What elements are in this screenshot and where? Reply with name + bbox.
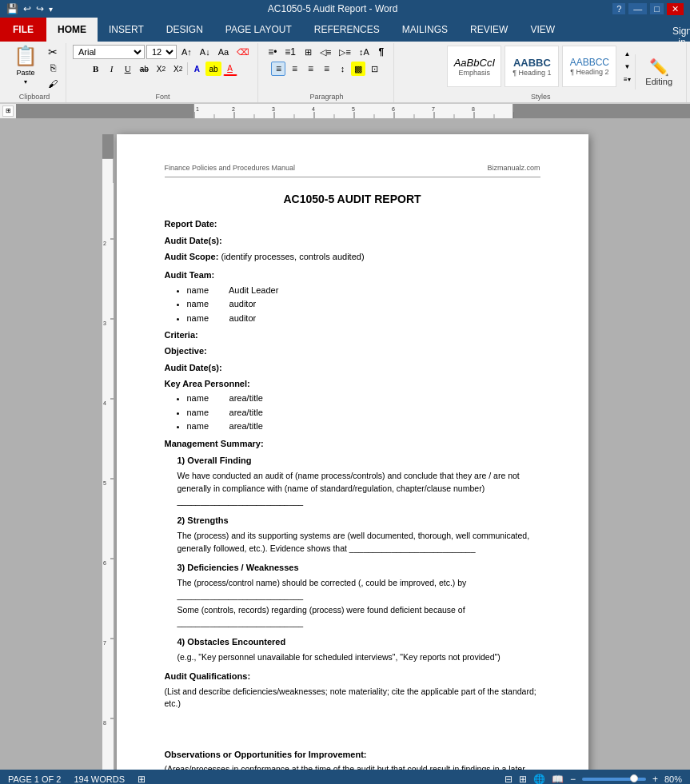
team-member-name-2: name — [187, 312, 227, 324]
title-bar: 💾 ↩ ↪ ▾ AC1050-5 Audit Report - Word ? —… — [0, 0, 690, 18]
tab-design[interactable]: DESIGN — [155, 18, 214, 42]
status-left: PAGE 1 OF 2 194 WORDS ⊞ — [8, 774, 146, 784]
svg-text:4: 4 — [312, 106, 315, 112]
key-area-role-1: area/title — [229, 408, 263, 417]
font-size-select[interactable]: 12 — [146, 45, 177, 59]
tab-review[interactable]: REVIEW — [459, 18, 519, 42]
audit-team-list: name Audit Leader name auditor name audi… — [165, 285, 540, 324]
tab-view[interactable]: VIEW — [519, 18, 566, 42]
bold-button[interactable]: B — [89, 62, 103, 76]
tab-home[interactable]: HOME — [46, 18, 98, 42]
clipboard-label: Clipboard — [19, 93, 50, 101]
key-area-name-2: name — [187, 420, 227, 432]
styles-scroll-up[interactable]: ▲ — [620, 47, 634, 60]
border-button[interactable]: ⊡ — [367, 62, 381, 76]
tab-mailings[interactable]: MAILINGS — [391, 18, 459, 42]
cut-button[interactable]: ✂ — [45, 45, 61, 59]
undo-icon[interactable]: ↩ — [23, 3, 31, 14]
tab-insert[interactable]: INSERT — [98, 18, 155, 42]
show-hide-button[interactable]: ¶ — [374, 45, 389, 59]
redo-icon[interactable]: ↪ — [36, 3, 44, 14]
restore-button[interactable]: □ — [650, 3, 664, 14]
print-view-icon[interactable]: ⊞ — [519, 774, 527, 784]
tab-file[interactable]: FILE — [0, 18, 46, 42]
zoom-level: 80% — [664, 774, 682, 784]
bullets-button[interactable]: ≡• — [265, 45, 280, 59]
help-icon[interactable]: ? — [612, 3, 625, 14]
strikethrough-button[interactable]: ab — [137, 62, 152, 76]
list-item: name area/title — [187, 420, 540, 432]
list-item: name area/title — [187, 407, 540, 419]
close-button[interactable]: ✕ — [667, 3, 684, 15]
document-area: 1 2 3 4 5 6 7 8 Finance Policies and P — [0, 118, 690, 770]
increase-indent-button[interactable]: ▷≡ — [336, 45, 353, 59]
tab-references[interactable]: REFERENCES — [303, 18, 391, 42]
web-view-icon[interactable]: 🌐 — [533, 774, 545, 784]
style-heading2[interactable]: AABBCC ¶ Heading 2 — [562, 46, 616, 87]
section-overall-finding: 1) Overall Finding We have conducted an … — [177, 455, 540, 508]
svg-text:4: 4 — [103, 400, 106, 406]
svg-text:1: 1 — [196, 106, 199, 112]
read-mode-icon[interactable]: 📖 — [552, 774, 564, 784]
team-member-role-1: auditor — [229, 299, 257, 308]
ruler-corner[interactable]: ⊞ — [2, 105, 14, 117]
tab-page-layout[interactable]: PAGE LAYOUT — [214, 18, 303, 42]
align-center-button[interactable]: ≡ — [287, 62, 301, 76]
zoom-slider[interactable] — [582, 778, 646, 781]
team-member-role-0: Audit Leader — [229, 285, 278, 295]
copy-button[interactable]: ⎘ — [45, 61, 61, 75]
audit-team-label: Audit Team: — [165, 269, 540, 281]
change-case-button[interactable]: Aa — [215, 45, 232, 59]
zoom-slider-decrease[interactable]: − — [570, 774, 576, 784]
layout-view-icon[interactable]: ⊟ — [505, 774, 513, 784]
numbering-button[interactable]: ≡1 — [281, 45, 299, 59]
page-indicator: PAGE 1 OF 2 — [8, 774, 61, 784]
word-count-icon[interactable]: ⊞ — [138, 774, 146, 784]
report-date-label: Report Date: — [165, 219, 217, 229]
highlight-button[interactable]: ab — [205, 62, 221, 76]
svg-text:3: 3 — [272, 106, 275, 112]
zoom-increase-icon[interactable]: + — [652, 774, 658, 784]
align-left-button[interactable]: ≡ — [271, 62, 285, 76]
styles-more-button[interactable]: ≡▾ — [620, 73, 634, 86]
section-deficiencies: 3) Deficiencies / Weaknesses The (proces… — [177, 562, 540, 630]
window-title: AC1050-5 Audit Report - Word — [268, 3, 398, 14]
increase-font-button[interactable]: A↑ — [178, 45, 195, 59]
save-icon[interactable]: 💾 — [6, 3, 18, 14]
font-color-button[interactable]: A — [223, 62, 237, 76]
font-name-select[interactable]: Arial — [73, 45, 145, 59]
vertical-ruler: 1 2 3 4 5 6 7 8 — [102, 134, 114, 754]
clear-format-button[interactable]: ⌫ — [233, 45, 253, 59]
style-emphasis[interactable]: AaBbCcI Emphasis — [447, 46, 501, 87]
criteria-label: Criteria: — [165, 330, 198, 340]
text-effects-button[interactable]: A — [189, 62, 204, 76]
paragraph-group: ≡• ≡1 ⊞ ◁≡ ▷≡ ↕A ¶ ≡ ≡ ≡ ≡ ↕ ▩ ⊡ Paragra… — [260, 43, 394, 102]
sort-button[interactable]: ↕A — [356, 45, 373, 59]
line-spacing-button[interactable]: ↕ — [335, 62, 349, 76]
minimize-button[interactable]: — — [628, 3, 647, 14]
header-right: Bizmanualz.com — [487, 163, 540, 173]
svg-text:3: 3 — [103, 320, 106, 326]
paste-button[interactable]: 📋 Paste ▾ — [8, 45, 43, 85]
justify-button[interactable]: ≡ — [319, 62, 333, 76]
align-right-button[interactable]: ≡ — [303, 62, 317, 76]
style-heading1[interactable]: AABBC ¶ Heading 1 — [505, 46, 559, 87]
section-text-2: The (process) and its supporting systems… — [177, 530, 540, 555]
format-painter-button[interactable]: 🖌 — [45, 77, 61, 91]
multilevel-button[interactable]: ⊞ — [301, 45, 315, 59]
underline-button[interactable]: U — [121, 62, 135, 76]
italic-button[interactable]: I — [105, 62, 119, 76]
observations-section: Observations or Opportunities for Improv… — [165, 749, 540, 770]
shading-button[interactable]: ▩ — [351, 62, 365, 76]
decrease-indent-button[interactable]: ◁≡ — [317, 45, 334, 59]
styles-scroll-down[interactable]: ▼ — [620, 60, 634, 73]
subscript-button[interactable]: X2 — [154, 62, 169, 76]
decrease-font-button[interactable]: A↓ — [197, 45, 213, 59]
sign-in-button[interactable]: Sign in — [674, 32, 690, 42]
customize-icon[interactable]: ▾ — [49, 5, 53, 14]
status-bar: PAGE 1 OF 2 194 WORDS ⊞ ⊟ ⊞ 🌐 📖 − + 80% — [0, 770, 690, 784]
section-title-1: 1) Overall Finding — [177, 455, 540, 467]
audit-scope-value: (identify processes, controls audited) — [221, 252, 364, 261]
superscript-button[interactable]: X2 — [170, 62, 185, 76]
font-label: Font — [156, 93, 170, 101]
